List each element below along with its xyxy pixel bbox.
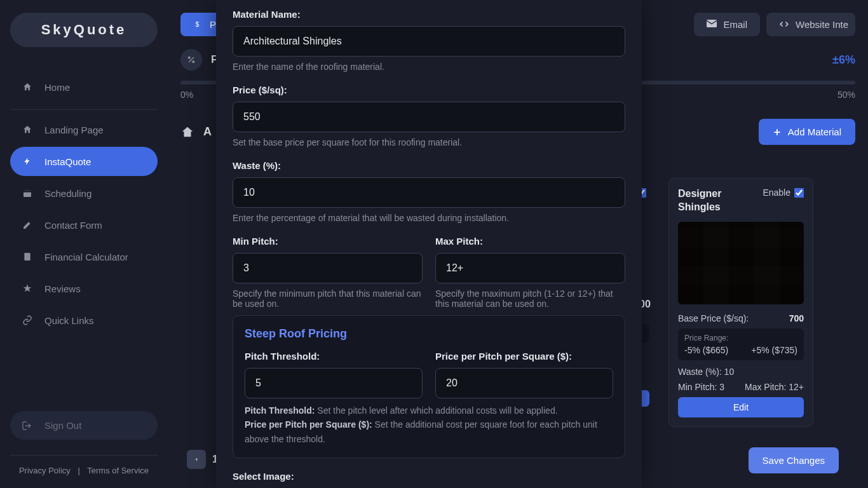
email-icon	[707, 20, 717, 30]
signout-label: Sign Out	[44, 420, 81, 431]
tab-label: Email	[723, 19, 747, 30]
edit-material-modal: Material Name: Enter the name of the roo…	[216, 0, 642, 488]
sidebar: SkyQuote Home Landing Page InstaQuote Sc…	[0, 0, 168, 488]
tab-label: Website Inte	[796, 19, 848, 30]
privacy-link[interactable]: Privacy Policy	[19, 466, 71, 475]
nav-label: Financial Calculator	[44, 252, 128, 262]
price-label: Price ($/sq):	[233, 85, 625, 95]
waste-text: Waste (%): 10	[678, 367, 734, 377]
terms-link[interactable]: Terms of Service	[87, 466, 149, 475]
steep-roof-pricing-box: Steep Roof Pricing Pitch Threshold: Pric…	[233, 315, 625, 458]
edit-button[interactable]: Edit	[678, 397, 804, 417]
svg-rect-1	[24, 190, 31, 192]
nav-label: Contact Form	[44, 220, 102, 231]
add-material-button[interactable]: Add Material	[759, 119, 855, 145]
code-icon	[779, 20, 789, 30]
calculator-icon	[22, 251, 33, 262]
nav-label: Scheduling	[44, 188, 92, 199]
material-card: Designer Shingles Enable Base Price ($/s…	[668, 178, 813, 427]
plus-icon	[773, 128, 782, 137]
nav-reviews[interactable]: Reviews	[10, 274, 158, 303]
nav-scheduling[interactable]: Scheduling	[10, 179, 158, 208]
nav-landing-page[interactable]: Landing Page	[10, 115, 158, 144]
range-value: ±6%	[832, 53, 855, 67]
signout-button[interactable]: Sign Out	[10, 411, 158, 440]
nav-label: InstaQuote	[44, 156, 91, 167]
minpitch-text: Min Pitch: 3	[678, 382, 724, 392]
materials-title-text: A	[203, 125, 212, 139]
svg-text:$: $	[196, 20, 200, 27]
waste-help: Enter the percentage of material that wi…	[233, 213, 625, 223]
nav-home[interactable]: Home	[10, 72, 158, 102]
nav-label: Quick Links	[44, 315, 94, 326]
material-image	[678, 222, 804, 304]
pagination: 1	[187, 450, 218, 469]
ppsq-help-bold: Price per Pitch per Square ($):	[245, 419, 372, 430]
threshold-help-bold: Pitch Threshold:	[245, 405, 315, 416]
tab-email[interactable]: Email	[694, 13, 760, 36]
nav-contact-form[interactable]: Contact Form	[10, 210, 158, 240]
ppsq-label: Price per Pitch per Square ($):	[435, 351, 613, 362]
price-range-box: Price Range: -5% ($665) +5% ($735)	[678, 329, 804, 360]
svg-rect-2	[24, 253, 30, 261]
material-name-input[interactable]	[233, 26, 625, 57]
home-icon	[22, 81, 33, 93]
enable-label: Enable	[763, 187, 790, 198]
maxpitch-help: Specify the maximum pitch (1-12 or 12+) …	[435, 288, 625, 309]
threshold-label: Pitch Threshold:	[245, 351, 423, 362]
bolt-icon	[22, 156, 33, 167]
minpitch-label: Min Pitch:	[233, 236, 423, 247]
price-range-label: Price Range:	[684, 334, 797, 342]
range-max: 50%	[837, 90, 855, 100]
home-icon	[22, 124, 33, 135]
add-material-label: Add Material	[788, 126, 841, 137]
calendar-icon	[22, 187, 33, 199]
modal-scroll[interactable]: Material Name: Enter the name of the roo…	[216, 0, 642, 488]
footer-links: Privacy Policy | Terms of Service	[10, 455, 158, 475]
price-range-low: -5% ($665)	[684, 345, 728, 355]
maxpitch-input[interactable]	[435, 253, 625, 283]
nav-label: Landing Page	[44, 125, 104, 135]
range-min: 0%	[180, 90, 193, 100]
steep-help: Pitch Threshold: Set the pitch level aft…	[245, 403, 613, 446]
nav-label: Reviews	[44, 283, 81, 294]
price-help: Set the base price per square foot for t…	[233, 137, 625, 147]
app-logo: SkyQuote	[10, 13, 158, 47]
material-name-help: Enter the name of the roofing material.	[233, 62, 625, 72]
nav-label: Home	[44, 82, 70, 93]
maxpitch-label: Max Pitch:	[435, 236, 625, 247]
price-range-high: +5% ($735)	[751, 345, 797, 355]
dollar-icon: $	[193, 20, 203, 30]
page-prev[interactable]	[187, 450, 206, 469]
waste-input[interactable]	[233, 177, 625, 208]
signout-icon	[22, 421, 33, 431]
steep-title: Steep Roof Pricing	[245, 327, 613, 341]
maxpitch-text: Max Pitch: 12+	[745, 382, 804, 392]
house-icon	[180, 125, 194, 139]
image-label: Select Image:	[233, 471, 625, 482]
link-icon	[22, 315, 33, 326]
minpitch-input[interactable]	[233, 253, 423, 283]
material-name-label: Material Name:	[233, 9, 625, 20]
tab-website-integration[interactable]: Website Inte	[766, 13, 855, 36]
divider: |	[78, 466, 79, 475]
threshold-help-text: Set the pitch level after which addition…	[315, 405, 557, 416]
svg-point-6	[192, 60, 194, 63]
base-price-label: Base Price ($/sq):	[678, 313, 749, 323]
price-input[interactable]	[233, 102, 625, 132]
star-icon	[22, 283, 33, 294]
ppsq-input[interactable]	[435, 368, 613, 398]
threshold-input[interactable]	[245, 368, 423, 398]
edit-icon	[22, 219, 33, 231]
card-title: Designer Shingles	[678, 187, 763, 214]
divider	[10, 109, 158, 110]
enable-checkbox[interactable]	[794, 188, 804, 198]
nav-instaquote[interactable]: InstaQuote	[10, 147, 158, 176]
svg-point-5	[188, 57, 191, 59]
nav-quick-links[interactable]: Quick Links	[10, 306, 158, 335]
waste-label: Waste (%):	[233, 160, 625, 171]
nav-financial-calculator[interactable]: Financial Calculator	[10, 242, 158, 271]
base-price-value: 700	[789, 313, 804, 323]
minpitch-help: Specify the minimum pitch that this mate…	[233, 288, 423, 309]
save-changes-button[interactable]: Save Changes	[749, 447, 839, 473]
